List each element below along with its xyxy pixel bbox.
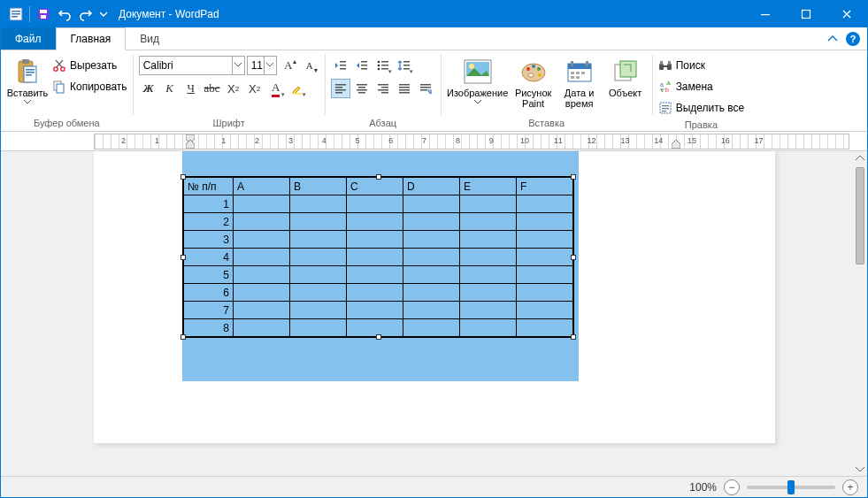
zoom-out-button[interactable]: − bbox=[724, 479, 740, 495]
bold-button[interactable]: Ж bbox=[139, 79, 158, 98]
resize-handle-n[interactable] bbox=[376, 174, 381, 180]
ruler[interactable]: 3211234567891011121314151617 bbox=[1, 132, 867, 151]
insert-object-button[interactable]: Объект bbox=[604, 54, 647, 102]
resize-handle-w[interactable] bbox=[181, 255, 186, 260]
redo-icon[interactable] bbox=[76, 4, 96, 24]
font-color-button[interactable]: A▾ bbox=[266, 79, 286, 98]
insert-datetime-button[interactable]: Дата и время bbox=[558, 54, 601, 112]
zoom-slider-thumb[interactable] bbox=[787, 480, 795, 494]
table-cell bbox=[234, 231, 290, 249]
qat-dropdown-icon[interactable] bbox=[97, 4, 110, 24]
shrink-font-button[interactable]: A▾ bbox=[300, 56, 319, 75]
table-header-cell: C bbox=[347, 178, 403, 195]
tab-home[interactable]: Главная bbox=[56, 27, 127, 50]
resize-handle-e[interactable] bbox=[571, 255, 576, 260]
ruler-tick-label: 2 bbox=[255, 136, 259, 145]
maximize-button[interactable] bbox=[786, 1, 826, 27]
zoom-slider[interactable] bbox=[747, 486, 835, 489]
group-insert-label: Вставка bbox=[528, 115, 565, 131]
bullets-button[interactable]: ▾ bbox=[373, 56, 393, 75]
svg-rect-33 bbox=[403, 65, 410, 66]
zoom-in-button[interactable]: + bbox=[842, 479, 858, 495]
tab-file[interactable]: Файл bbox=[1, 27, 56, 50]
italic-button[interactable]: К bbox=[160, 79, 180, 98]
minimize-button[interactable] bbox=[745, 1, 786, 27]
svg-rect-82 bbox=[662, 105, 669, 106]
selectall-button[interactable]: Выделить все bbox=[658, 98, 745, 118]
resize-handle-ne[interactable] bbox=[571, 174, 576, 180]
underline-button[interactable]: Ч bbox=[181, 79, 201, 98]
embedded-table-object[interactable]: № п/пABCDEF12345678 bbox=[182, 176, 574, 338]
resize-handle-sw[interactable] bbox=[181, 334, 186, 340]
copy-button[interactable]: Копировать bbox=[52, 77, 127, 96]
save-icon[interactable] bbox=[34, 4, 53, 24]
svg-rect-22 bbox=[340, 68, 346, 70]
line-spacing-button[interactable]: ▾ bbox=[395, 56, 414, 75]
indent-marker-right-icon[interactable] bbox=[672, 140, 680, 149]
svg-rect-10 bbox=[22, 59, 29, 64]
table-cell bbox=[403, 231, 460, 249]
resize-handle-s[interactable] bbox=[376, 334, 381, 340]
find-button[interactable]: Поиск bbox=[658, 56, 745, 75]
table-cell bbox=[234, 195, 290, 213]
insert-drawing-button[interactable]: Рисунок Paint bbox=[512, 54, 555, 112]
align-justify-button[interactable] bbox=[395, 79, 414, 98]
highlight-button[interactable]: ▾ bbox=[288, 79, 307, 98]
svg-point-27 bbox=[377, 65, 380, 67]
svg-point-26 bbox=[377, 61, 380, 64]
align-center-button[interactable] bbox=[352, 79, 372, 98]
chevron-down-icon bbox=[264, 57, 276, 74]
table-cell bbox=[517, 284, 573, 302]
undo-icon[interactable] bbox=[55, 4, 74, 24]
paste-label: Вставить bbox=[7, 88, 49, 98]
table-cell bbox=[517, 266, 573, 284]
table-cell bbox=[517, 195, 573, 213]
table-cell bbox=[290, 319, 347, 337]
workspace: 3211234567891011121314151617 № п/пABCDEF… bbox=[1, 132, 867, 476]
document-area[interactable]: № п/пABCDEF12345678 bbox=[1, 151, 853, 476]
font-size-combo[interactable]: 11 bbox=[247, 56, 277, 75]
table-cell bbox=[347, 213, 403, 231]
svg-rect-51 bbox=[420, 84, 431, 86]
help-icon[interactable]: ? bbox=[846, 32, 860, 46]
vertical-scrollbar[interactable] bbox=[853, 151, 867, 476]
paragraph-dialog-button[interactable] bbox=[416, 79, 435, 98]
svg-point-58 bbox=[526, 67, 530, 71]
increase-indent-button[interactable] bbox=[352, 56, 372, 75]
svg-point-56 bbox=[469, 64, 474, 69]
scroll-down-icon[interactable] bbox=[856, 462, 864, 476]
replace-icon: ab bbox=[658, 80, 672, 94]
align-right-button[interactable] bbox=[373, 79, 393, 98]
table-cell bbox=[460, 249, 517, 266]
subscript-button[interactable]: X2 bbox=[224, 79, 243, 98]
ribbon-collapse-icon[interactable] bbox=[825, 31, 841, 47]
ruler-tick-label: 1 bbox=[221, 136, 226, 145]
grow-font-button[interactable]: A▴ bbox=[279, 56, 298, 75]
superscript-button[interactable]: X2 bbox=[245, 79, 265, 98]
table-rownum-cell: 7 bbox=[184, 302, 234, 319]
replace-button[interactable]: ab Замена bbox=[658, 77, 745, 96]
chevron-down-icon bbox=[232, 57, 244, 74]
wordpad-window: Документ - WordPad Файл Главная Вид ? bbox=[0, 0, 868, 498]
table-cell bbox=[517, 319, 573, 337]
insert-image-button[interactable]: Изображение bbox=[447, 54, 509, 108]
indent-marker-left-icon[interactable] bbox=[186, 140, 195, 149]
ruler-tick-label: 12 bbox=[588, 136, 596, 145]
app-icon[interactable] bbox=[6, 4, 26, 24]
font-size-value: 11 bbox=[251, 59, 264, 72]
tab-view[interactable]: Вид bbox=[126, 27, 174, 50]
svg-rect-3 bbox=[12, 16, 18, 18]
close-button[interactable] bbox=[826, 1, 867, 27]
paste-button[interactable]: Вставить bbox=[6, 54, 49, 108]
ruler-tick-label: 3 bbox=[288, 136, 293, 145]
resize-handle-nw[interactable] bbox=[181, 174, 186, 180]
font-name-combo[interactable]: Calibri bbox=[139, 56, 245, 75]
decrease-indent-button[interactable] bbox=[331, 56, 350, 75]
scroll-thumb[interactable] bbox=[856, 167, 864, 264]
cut-button[interactable]: Вырезать bbox=[52, 56, 127, 75]
table-cell bbox=[347, 195, 403, 213]
strikethrough-button[interactable]: abc bbox=[203, 79, 222, 98]
align-left-button[interactable] bbox=[331, 79, 350, 98]
resize-handle-se[interactable] bbox=[571, 334, 576, 340]
scroll-up-icon[interactable] bbox=[856, 151, 864, 165]
